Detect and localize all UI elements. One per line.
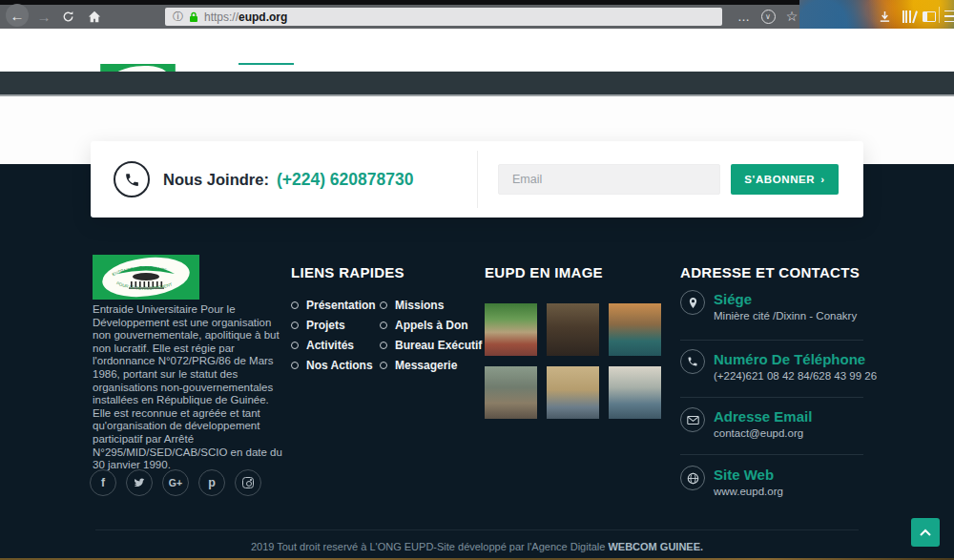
forward-button[interactable]: → (34, 5, 53, 29)
phone-icon (124, 172, 140, 188)
library-button[interactable] (898, 6, 919, 27)
social-links: f G+ p (90, 469, 261, 496)
twitter-icon (133, 477, 146, 488)
subscribe-button[interactable]: S'ABONNER › (731, 164, 839, 195)
email-value[interactable]: contact@eupd.org (714, 427, 803, 439)
library-icon (902, 10, 914, 23)
link-missions[interactable]: Missions (380, 299, 482, 311)
siteweb-value[interactable]: www.eupd.org (714, 486, 783, 497)
instagram-button[interactable] (235, 469, 261, 496)
url-bar[interactable]: ⓘ https://eupd.org (165, 8, 722, 26)
subscribe-card: Nous Joindre: (+224) 620878730 S'ABONNER… (91, 141, 863, 218)
footer-eupd-logo[interactable] (93, 255, 199, 300)
telephone-label: Numéro De Téléphone (714, 351, 865, 367)
phone-icon (687, 356, 698, 367)
quick-links-col2: Missions Appels à Don Bureau Exécutif Me… (380, 299, 482, 379)
toolbar-separator (939, 7, 940, 23)
facebook-button[interactable]: f (90, 469, 116, 496)
reload-button[interactable] (57, 5, 78, 29)
browser-toolbar: ← → ⓘ https://eupd.org … (0, 0, 954, 29)
footer-gallery (485, 303, 666, 419)
telephone-value[interactable]: (+224)621 08 42 84/628 43 99 26 (714, 370, 877, 382)
instagram-icon (242, 477, 254, 488)
gallery-heading: EUPD EN IMAGE (485, 264, 603, 280)
about-text: Entraide Universitaire Pour le Développe… (93, 303, 283, 472)
circle-bullet-icon (291, 321, 299, 329)
circle-bullet-icon (380, 362, 387, 369)
star-icon: ☆ (786, 9, 798, 24)
siteweb-label: Site Web (714, 467, 774, 483)
pocket-button[interactable]: ∨ (758, 6, 778, 27)
envelope-icon (687, 415, 699, 425)
browser-tab-strip[interactable] (0, 0, 801, 5)
pocket-icon: ∨ (761, 10, 776, 24)
scroll-to-top-button[interactable] (911, 518, 940, 547)
card-divider (477, 151, 478, 208)
contacts-divider (680, 340, 863, 341)
phone-circle (680, 349, 705, 374)
gallery-photo[interactable] (547, 366, 599, 419)
bookmark-button[interactable]: ☆ (782, 6, 801, 27)
link-messagerie[interactable]: Messagerie (380, 359, 482, 371)
circle-bullet-icon (380, 342, 387, 349)
globe-icon (687, 472, 699, 485)
siege-value: Minière cité /Dixinn - Conakry (714, 310, 857, 321)
header-phone-number[interactable]: (+224) 620878730 (277, 170, 414, 190)
siege-label: Siége (714, 291, 752, 307)
gallery-photo[interactable] (609, 366, 661, 419)
https-lock-icon[interactable] (189, 11, 198, 23)
contacts-divider (680, 397, 863, 398)
twitter-button[interactable] (126, 469, 153, 496)
pinterest-icon: p (208, 476, 216, 489)
email-input[interactable] (498, 164, 720, 195)
circle-bullet-icon (291, 342, 299, 349)
sidebar-button[interactable] (920, 6, 939, 27)
phone-circle-icon (114, 161, 150, 197)
copyright-text: 2019 Tout droit reservé à L'ONG EUPD-Sit… (0, 541, 954, 552)
circle-bullet-icon (380, 301, 387, 309)
overflow-dots-icon: … (737, 10, 751, 24)
circle-bullet-icon (380, 321, 387, 329)
home-button[interactable] (84, 5, 105, 29)
chevron-up-icon (919, 529, 932, 537)
agency-name: WEBCOM GUINEE. (608, 541, 703, 552)
join-us-label: Nous Joindre: (163, 171, 269, 189)
url-scheme: https:// (204, 10, 238, 24)
url-domain: eupd.org (238, 10, 287, 24)
contacts-divider (680, 454, 863, 455)
email-label: Adresse Email (714, 408, 812, 425)
link-projets[interactable]: Projets (291, 319, 376, 331)
forward-arrow-icon: → (37, 9, 52, 25)
page-actions-button[interactable]: … (735, 6, 754, 27)
menu-button[interactable] (943, 6, 954, 27)
gallery-photo[interactable] (485, 303, 537, 356)
location-circle (680, 290, 705, 315)
home-icon (88, 10, 101, 23)
location-pin-icon (688, 297, 698, 309)
gallery-photo[interactable] (547, 303, 599, 356)
site-header: ACCUEIL ONG-EUPD NOS ACTIONS ACTIVITÉS P… (0, 29, 954, 72)
link-bureau-executif[interactable]: Bureau Exécutif (380, 339, 482, 351)
google-plus-icon: G+ (169, 477, 182, 488)
gallery-photo[interactable] (609, 303, 661, 356)
link-appels-a-don[interactable]: Appels à Don (380, 319, 482, 331)
contacts-heading: ADRESSE ET CONTACTS (680, 264, 860, 280)
gallery-photo[interactable] (485, 366, 537, 419)
link-presentation[interactable]: Présentation (291, 299, 376, 311)
pinterest-button[interactable]: p (198, 469, 225, 496)
downloads-button[interactable] (875, 6, 894, 27)
link-activites[interactable]: Activités (291, 339, 376, 351)
link-nos-actions[interactable]: Nos Actions (291, 359, 376, 371)
quick-links-heading: LIENS RAPIDES (291, 264, 404, 280)
google-plus-button[interactable]: G+ (162, 469, 189, 496)
browser-window: ← → ⓘ https://eupd.org … (0, 0, 954, 560)
copyright-divider (95, 529, 859, 530)
facebook-icon: f (101, 476, 105, 489)
circle-bullet-icon (291, 362, 299, 369)
email-circle (680, 407, 705, 432)
sidebar-icon (923, 11, 936, 22)
url-text: https://eupd.org (204, 10, 287, 24)
chevron-right-icon: › (820, 174, 824, 185)
back-button[interactable]: ← (6, 4, 29, 27)
site-info-icon[interactable]: ⓘ (173, 10, 183, 24)
